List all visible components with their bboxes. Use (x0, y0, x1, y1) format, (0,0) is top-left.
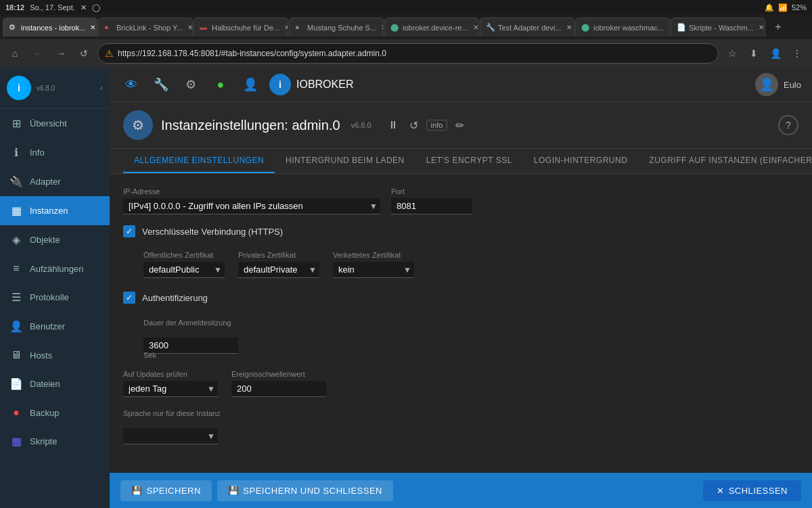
https-checkbox-row: Verschlüsselte Verbindung (HTTPS) (123, 225, 798, 237)
session-label: Dauer der Anmeldesitzung (143, 319, 231, 327)
wifi-icon: 📶 (778, 3, 788, 12)
sidebar-label-instanzen: Instanzen (30, 206, 68, 216)
sidebar-label-protokolle: Protokolle (30, 292, 69, 302)
reload-button[interactable]: ↺ (74, 44, 93, 63)
save-button[interactable]: 💾 SPEICHERN (120, 480, 212, 501)
sidebar-label-hosts: Hosts (30, 350, 52, 361)
refresh-button[interactable]: ↺ (407, 118, 421, 133)
tab-test-adapter[interactable]: 🔧 Test Adapter devi... ✕ (480, 18, 574, 37)
port-input[interactable] (391, 198, 472, 214)
tab-close-2[interactable]: ✕ (185, 23, 193, 32)
threshold-input[interactable] (231, 381, 326, 397)
auth-checkbox[interactable] (123, 292, 135, 304)
topbar-right: 👤 Eulo (755, 73, 801, 96)
sidebar-logo-icon: i (7, 76, 31, 100)
tab-letsencrypt[interactable]: Let's Encrypt SSL (415, 149, 523, 173)
bookmark-button[interactable]: ☆ (723, 44, 742, 63)
tab-close-8[interactable]: ✕ (757, 23, 765, 32)
save-close-button[interactable]: 💾 SPEICHERN UND SCHLIESSEN (217, 480, 393, 501)
tab-favicon-4: ● (295, 23, 304, 32)
menu-button[interactable]: ⋮ (788, 44, 807, 63)
download-button[interactable]: ⬇ (744, 44, 763, 63)
sidebar-item-skripte[interactable]: ▦ Skripte (0, 427, 110, 456)
save-label: SPEICHERN (147, 486, 201, 496)
tab-instances[interactable]: ⚙ instances - iobrok... ✕ (3, 18, 97, 37)
language-section: Sprache nur für diese Instanz ▼ (123, 408, 798, 444)
tab-close-4[interactable]: ✕ (379, 23, 384, 32)
sidebar-item-objekte[interactable]: ◈ Objekte (0, 225, 110, 254)
tab-hintergrund[interactable]: Hintergrund beim Laden (275, 149, 415, 173)
language-select-wrapper: ▼ (123, 428, 218, 444)
sidebar-collapse-button[interactable]: ‹ (100, 83, 103, 93)
language-select[interactable] (123, 428, 218, 444)
sidebar-item-adapter[interactable]: 🔌 Adapter (0, 167, 110, 196)
sidebar-item-hosts[interactable]: 🖥 Hosts (0, 341, 110, 369)
sidebar-item-protokolle[interactable]: ☰ Protokolle (0, 283, 110, 312)
new-tab-button[interactable]: + (769, 18, 788, 37)
tab-skripte[interactable]: 📄 Skripte - Waschm... ✕ (671, 18, 765, 37)
battery: 52% (792, 3, 807, 11)
session-input[interactable] (143, 338, 238, 354)
tab-close-7[interactable]: ✕ (667, 23, 670, 32)
tab-zugriff[interactable]: Zugriff auf Instanzen (Einfacher Modus) (638, 149, 812, 173)
sidebar-item-instanzen[interactable]: ▦ Instanzen (0, 196, 110, 225)
sidebar-label-backup: Backup (30, 408, 59, 418)
instance-icon: ⚙ (123, 110, 153, 140)
status-right: 🔔 📶 52% (765, 3, 807, 12)
tab-close-1[interactable]: ✕ (88, 23, 97, 32)
tab-favicon-6: 🔧 (486, 23, 495, 32)
green-button[interactable]: ● (210, 74, 231, 95)
sidebar-item-dateien[interactable]: 📄 Dateien (0, 369, 110, 398)
sidebar-item-backup[interactable]: ● Backup (0, 398, 110, 427)
tab-mustang[interactable]: ● Mustang Schuhe S... ✕ (289, 18, 384, 37)
tab-close-5[interactable]: ✕ (471, 23, 479, 32)
x-icon: ✕ (81, 3, 87, 12)
pause-button[interactable]: ⏸ (385, 118, 401, 133)
sidebar-label-dateien: Dateien (30, 379, 60, 389)
brand-icon: i (269, 74, 291, 95)
info-badge[interactable]: info (426, 120, 448, 131)
tab-close-3[interactable]: ✕ (282, 23, 288, 32)
cert-private-select[interactable]: defaultPrivate (238, 262, 319, 278)
sidebar-label-skripte: Skripte (30, 436, 57, 446)
forward-button[interactable]: → (51, 44, 70, 63)
tab-iobroker-waschm[interactable]: ⬤ iobroker waschmac... ✕ (575, 18, 670, 37)
sidebar-item-benutzer[interactable]: 👤 Benutzer (0, 312, 110, 341)
wrench-button[interactable]: 🔧 (150, 74, 172, 95)
address-bar[interactable]: ⚠ https://192.168.178.45:8081/#tab-insta… (97, 43, 719, 64)
tab-login[interactable]: Login-Hintergrund (523, 149, 639, 173)
help-button[interactable]: ? (778, 115, 798, 135)
sidebar-item-uebersicht[interactable]: ⊞ Übersicht (0, 109, 110, 138)
cert-public-select[interactable]: defaultPublic (143, 262, 225, 278)
cert-chained-select[interactable]: kein (333, 262, 414, 278)
close-button[interactable]: ✕ SCHLIESSEN (703, 480, 801, 501)
back-button[interactable]: ← (28, 44, 47, 63)
tab-iobroker-device[interactable]: ⬤ iobroker.device-re... ✕ (384, 18, 479, 37)
ip-select[interactable]: [IPv4] 0.0.0.0 - Zugriff von allen IPs z… (123, 198, 380, 214)
settings-button[interactable]: ⚙ (180, 74, 202, 95)
status-time: 18:12 (5, 3, 24, 11)
visibility-button[interactable]: 👁 (120, 74, 142, 95)
status-day: So., 17. Sept. (30, 3, 75, 11)
settings-tabs: Allgemeine Einstellungen Hintergrund bei… (110, 149, 812, 174)
tab-allgemeine[interactable]: Allgemeine Einstellungen (123, 149, 275, 173)
person-button[interactable]: 👤 (240, 74, 261, 95)
tab-bricklink[interactable]: ● BrickLink - Shop Y... ✕ (98, 18, 193, 37)
info-icon: ℹ (9, 146, 23, 159)
threshold-label: Ereignisschwellenwert (231, 370, 326, 378)
bottom-bar: 💾 SPEICHERN 💾 SPEICHERN UND SCHLIESSEN ✕… (110, 473, 812, 508)
username: Eulo (784, 80, 801, 90)
instanzen-icon: ▦ (9, 204, 23, 217)
edit-button[interactable]: ✏ (453, 118, 467, 133)
tab-halbschuhe[interactable]: ▬ Halbschuhe für De... ✕ (194, 18, 288, 37)
tab-bar: ⚙ instances - iobrok... ✕ ● BrickLink - … (0, 15, 812, 39)
sidebar-item-info[interactable]: ℹ Info (0, 138, 110, 167)
update-select[interactable]: jeden Tag (123, 381, 218, 397)
profile-button[interactable]: 👤 (766, 44, 785, 63)
home-button[interactable]: ⌂ (5, 44, 24, 63)
user-button[interactable]: 👤 Eulo (755, 73, 801, 96)
sidebar-item-aufzaehlungen[interactable]: ≡ Aufzählungen (0, 254, 110, 283)
update-group: Auf Updates prüfen jeden Tag ▼ (123, 370, 218, 397)
https-checkbox[interactable] (123, 225, 135, 237)
tab-close-6[interactable]: ✕ (564, 23, 574, 32)
